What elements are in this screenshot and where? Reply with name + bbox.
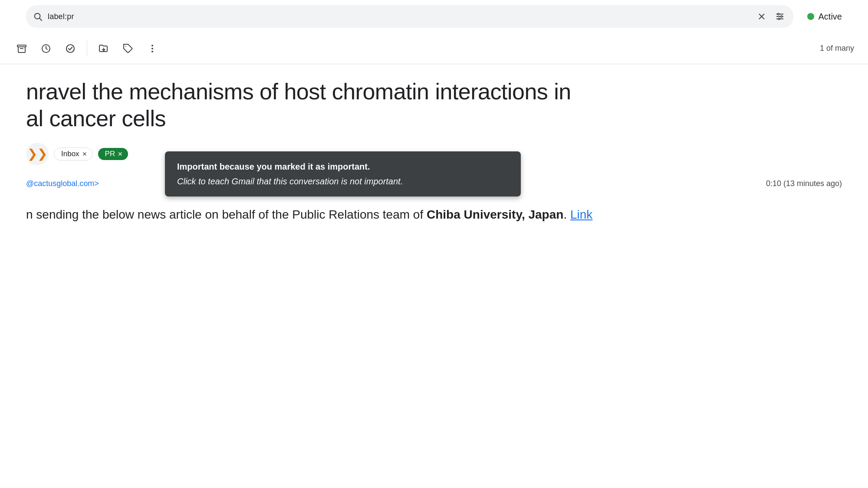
important-marker-container: ❯❯ Important because you marked it as im… bbox=[26, 143, 49, 165]
search-bar-container: label:pr Active bbox=[0, 0, 868, 33]
mark-done-button[interactable] bbox=[59, 37, 82, 60]
svg-line-1 bbox=[39, 18, 42, 20]
move-to-button[interactable] bbox=[92, 37, 115, 60]
pr-chip-close[interactable]: ✕ bbox=[118, 151, 123, 157]
svg-point-17 bbox=[151, 51, 153, 52]
svg-point-8 bbox=[780, 16, 782, 17]
important-button[interactable]: ❯❯ bbox=[26, 143, 49, 165]
important-star-icon: ❯❯ bbox=[27, 147, 47, 161]
inbox-chip-text: Inbox bbox=[61, 150, 79, 158]
active-label: Active bbox=[819, 12, 842, 22]
svg-point-16 bbox=[151, 48, 153, 49]
toolbar: 1 of many bbox=[0, 33, 868, 64]
active-status: Active bbox=[807, 12, 842, 22]
pr-label-chip[interactable]: PR ✕ bbox=[98, 148, 128, 160]
svg-rect-10 bbox=[17, 45, 26, 47]
labels-row: ❯❯ Important because you marked it as im… bbox=[26, 143, 842, 165]
svg-point-7 bbox=[777, 13, 779, 15]
body-link[interactable]: Link bbox=[570, 208, 592, 221]
important-tooltip: Important because you marked it as impor… bbox=[165, 151, 521, 197]
sender-email: @cactusglobal.com> bbox=[26, 179, 99, 188]
body-text-end: . bbox=[563, 208, 570, 221]
archive-button[interactable] bbox=[10, 37, 33, 60]
search-icon bbox=[33, 12, 43, 21]
toolbar-divider bbox=[87, 41, 87, 56]
subject-line2: al cancer cells bbox=[26, 106, 166, 131]
body-text-start: n sending the below news article on beha… bbox=[26, 208, 427, 221]
inbox-label-chip[interactable]: Inbox ✕ bbox=[54, 147, 93, 160]
more-button[interactable] bbox=[141, 37, 164, 60]
tooltip-line1: Important because you marked it as impor… bbox=[177, 160, 509, 173]
label-button[interactable] bbox=[117, 37, 139, 60]
svg-point-15 bbox=[151, 45, 153, 46]
snooze-button[interactable] bbox=[35, 37, 57, 60]
active-dot bbox=[807, 13, 814, 20]
svg-point-9 bbox=[778, 18, 780, 20]
tooltip-line2: Click to teach Gmail that this conversat… bbox=[177, 175, 509, 188]
inbox-chip-close[interactable]: ✕ bbox=[82, 151, 87, 157]
search-filter-button[interactable] bbox=[773, 10, 786, 23]
body-highlight-university: Chiba University, Japan bbox=[427, 208, 563, 221]
search-input-value[interactable]: label:pr bbox=[48, 12, 750, 21]
email-body: n sending the below news article on beha… bbox=[26, 206, 842, 224]
search-inner: label:pr bbox=[26, 5, 793, 28]
email-counter: 1 of many bbox=[820, 44, 854, 53]
svg-point-12 bbox=[66, 45, 74, 52]
email-subject: nravel the mechanisms of host chromatin … bbox=[26, 78, 842, 132]
pr-chip-text: PR bbox=[105, 150, 115, 158]
main-content: nravel the mechanisms of host chromatin … bbox=[0, 64, 868, 488]
sender-time: 0:10 (13 minutes ago) bbox=[766, 179, 842, 188]
subject-line1: nravel the mechanisms of host chromatin … bbox=[26, 79, 571, 104]
search-clear-button[interactable] bbox=[755, 10, 768, 23]
